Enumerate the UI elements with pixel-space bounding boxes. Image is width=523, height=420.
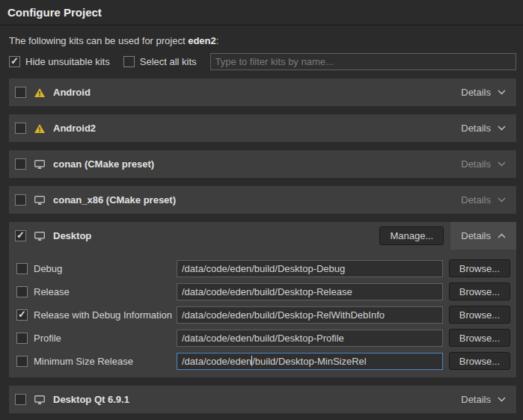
details-label: Details — [461, 87, 491, 98]
hide-unsuitable-kits-checkbox[interactable]: Hide unsuitable kits — [9, 56, 110, 67]
path-after-caret: /build/Desktop-MinSizeRel — [252, 356, 366, 367]
details-label: Details — [461, 123, 491, 134]
path-before-caret: /data/code/eden — [182, 356, 251, 367]
details-label: Details — [461, 394, 491, 405]
intro-prefix: The following kits can be used for proje… — [9, 35, 188, 46]
config-label: Release with Debug Information — [34, 309, 172, 321]
build-dir-input[interactable] — [177, 260, 443, 277]
checkbox-box[interactable] — [9, 56, 20, 67]
monitor-icon — [34, 395, 46, 405]
kit-row-desktop[interactable]: Desktop Manage... Details — [9, 222, 516, 250]
chevron-down-icon — [498, 90, 506, 95]
config-checkbox[interactable] — [16, 356, 28, 367]
chevron-down-icon — [498, 126, 506, 131]
checkbox-label: Hide unsuitable kits — [25, 56, 110, 67]
kit-name: Desktop — [53, 230, 91, 241]
browse-button[interactable]: Browse... — [449, 329, 510, 347]
browse-button[interactable]: Browse... — [449, 259, 510, 277]
kit-row-desktop-qt[interactable]: Desktop Qt 6.9.1 Details — [9, 386, 516, 413]
kit-name: Desktop Qt 6.9.1 — [53, 394, 129, 405]
warning-icon — [34, 87, 46, 98]
kit-name: Android — [53, 87, 91, 98]
config-label: Minimum Size Release — [34, 356, 133, 367]
monitor-icon — [34, 159, 46, 170]
kit-name: Android2 — [53, 123, 96, 134]
chevron-down-icon — [498, 397, 506, 402]
kit-checkbox[interactable] — [15, 394, 26, 405]
build-dir-input[interactable] — [177, 306, 443, 324]
manage-kits-button[interactable]: Manage... — [379, 226, 444, 245]
monitor-icon — [34, 231, 46, 241]
intro-suffix: : — [216, 35, 219, 46]
details-toggle-button[interactable]: Details — [450, 386, 516, 413]
build-dir-input[interactable] — [177, 330, 443, 347]
kit-filter-input[interactable] — [210, 53, 516, 70]
checkbox-label: Select all kits — [140, 56, 197, 67]
kit-checkbox[interactable] — [15, 123, 26, 134]
details-toggle-button[interactable]: Details — [450, 114, 516, 142]
details-label: Details — [461, 194, 491, 206]
kit-checkbox[interactable] — [15, 87, 26, 98]
kit-row-android[interactable]: Android Details — [9, 78, 516, 106]
kit-name: conan (CMake preset) — [53, 158, 154, 170]
build-dir-input[interactable] — [177, 283, 443, 300]
checkbox-box[interactable] — [123, 56, 135, 67]
warning-icon — [34, 123, 46, 134]
kit-checkbox[interactable] — [15, 158, 26, 170]
select-all-kits-checkbox[interactable]: Select all kits — [123, 56, 197, 67]
config-label: Debug — [34, 263, 62, 274]
kit-checkbox[interactable] — [15, 194, 26, 206]
project-name: eden2 — [188, 35, 216, 46]
config-checkbox[interactable] — [16, 333, 28, 344]
details-label: Details — [461, 230, 491, 241]
browse-button[interactable]: Browse... — [449, 352, 510, 370]
kit-row-conan-x86[interactable]: conan_x86 (CMake preset) Details — [9, 186, 516, 214]
kit-list: Android Details Android2 Details — [9, 78, 516, 413]
config-checkbox[interactable] — [16, 263, 28, 274]
build-dir-input-focused[interactable]: /data/code/eden/build/Desktop-MinSizeRel — [177, 353, 443, 370]
chevron-down-icon — [498, 197, 506, 203]
details-label: Details — [461, 158, 491, 170]
config-label: Release — [34, 286, 70, 297]
details-toggle-button[interactable]: Details — [450, 222, 516, 250]
page-title: Configure Project — [0, 0, 523, 25]
kit-row-conan[interactable]: conan (CMake preset) Details — [9, 150, 516, 178]
monitor-icon — [34, 195, 46, 206]
config-row-debug: Debug Browse... — [16, 259, 510, 277]
browse-button[interactable]: Browse... — [449, 282, 510, 300]
config-row-relwithdebinfo: Release with Debug Information Browse... — [16, 306, 510, 324]
intro-text: The following kits can be used for proje… — [9, 35, 516, 46]
config-row-profile: Profile Browse... — [16, 329, 510, 347]
kit-panel-desktop: Desktop Manage... Details Debug Browse..… — [9, 222, 516, 377]
chevron-up-icon — [498, 233, 506, 238]
filter-bar: Hide unsuitable kits Select all kits — [9, 53, 516, 70]
details-toggle-button[interactable]: Details — [450, 78, 516, 106]
config-checkbox[interactable] — [16, 309, 28, 321]
kit-name: conan_x86 (CMake preset) — [53, 194, 176, 206]
details-toggle-button[interactable]: Details — [450, 186, 516, 214]
configure-project-pane: The following kits can be used for proje… — [0, 35, 523, 413]
browse-button[interactable]: Browse... — [449, 306, 510, 324]
config-label: Profile — [34, 333, 61, 344]
kit-row-android2[interactable]: Android2 Details — [9, 114, 516, 142]
details-toggle-button[interactable]: Details — [450, 150, 516, 178]
config-row-minsizerel: Minimum Size Release /data/code/eden/bui… — [16, 352, 510, 370]
config-row-release: Release Browse... — [16, 282, 510, 300]
build-config-list: Debug Browse... Release Browse... — [9, 250, 516, 377]
kit-checkbox[interactable] — [15, 230, 26, 241]
chevron-down-icon — [498, 161, 506, 167]
config-checkbox[interactable] — [16, 286, 28, 297]
